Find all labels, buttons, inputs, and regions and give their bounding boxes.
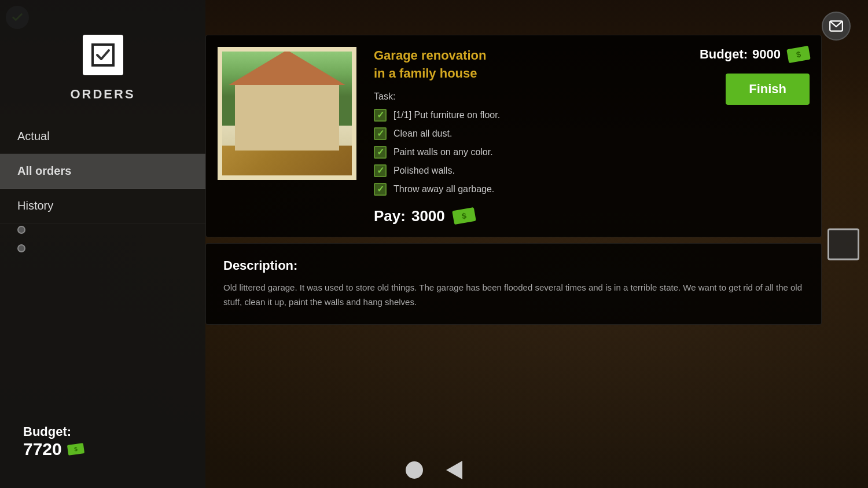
right-edge-button[interactable] xyxy=(827,228,859,260)
email-icon[interactable] xyxy=(822,12,851,41)
task-check-3: ✓ xyxy=(374,146,387,159)
task-text-5: Throw away all garbage. xyxy=(393,184,494,195)
pay-value: 3000 xyxy=(411,207,445,225)
orders-icon xyxy=(83,35,123,75)
task-check-1: ✓ xyxy=(374,109,387,122)
task-check-5: ✓ xyxy=(374,183,387,196)
description-text: Old littered garage. It was used to stor… xyxy=(223,280,804,310)
sidebar-item-actual[interactable]: Actual xyxy=(0,119,205,154)
header-budget-value: 9000 xyxy=(752,47,781,62)
order-details: Garage renovation in a family house Task… xyxy=(368,47,682,225)
checkmark-3: ✓ xyxy=(377,146,384,157)
sidebar-item-history[interactable]: History xyxy=(0,189,205,223)
sidebar-dot-1 xyxy=(17,226,25,234)
sidebar: ORDERS Actual All orders History Budget:… xyxy=(0,0,205,488)
order-title: Garage renovation in a family house xyxy=(374,47,676,83)
task-text-3: Paint walls on any color. xyxy=(393,147,493,157)
header-budget-label: Budget: xyxy=(700,47,748,62)
back-button[interactable] xyxy=(446,461,462,479)
sidebar-budget-value: 7720 xyxy=(23,439,84,459)
task-item-1: ✓ [1/1] Put furniture on floor. xyxy=(374,109,676,122)
sidebar-item-all-orders[interactable]: All orders xyxy=(0,154,205,189)
sidebar-money-icon xyxy=(67,443,84,456)
house-roof xyxy=(229,50,345,85)
sidebar-budget: Budget: 7720 xyxy=(23,424,84,459)
sidebar-dot-2 xyxy=(17,244,25,252)
task-item-4: ✓ Polished walls. xyxy=(374,164,676,177)
task-check-2: ✓ xyxy=(374,127,387,140)
task-item-5: ✓ Throw away all garbage. xyxy=(374,183,676,196)
header-money-icon xyxy=(786,46,811,63)
pay-label: Pay: xyxy=(374,207,406,225)
sidebar-title: ORDERS xyxy=(70,87,135,102)
checkmark-5: ✓ xyxy=(377,184,384,195)
description-panel: Description: Old littered garage. It was… xyxy=(205,243,822,325)
bottom-navigation xyxy=(406,461,462,479)
pay-money-icon xyxy=(452,207,476,225)
sidebar-dots xyxy=(17,226,25,252)
task-text-2: Clean all dust. xyxy=(393,129,452,139)
checkmark-2: ✓ xyxy=(377,128,384,139)
checkmark-1: ✓ xyxy=(377,109,384,120)
task-check-4: ✓ xyxy=(374,164,387,177)
sidebar-budget-label: Budget: xyxy=(23,424,84,439)
task-text-1: [1/1] Put furniture on floor. xyxy=(393,110,500,120)
description-title: Description: xyxy=(223,258,804,273)
top-right-panel: Budget: 9000 Finish xyxy=(694,47,810,225)
home-button[interactable] xyxy=(406,461,423,479)
finish-button[interactable]: Finish xyxy=(726,74,810,105)
task-item-3: ✓ Paint walls on any color. xyxy=(374,146,676,159)
task-item-2: ✓ Clean all dust. xyxy=(374,127,676,140)
main-content: Garage renovation in a family house Task… xyxy=(205,35,822,453)
order-panel: Garage renovation in a family house Task… xyxy=(205,35,822,237)
sidebar-navigation: Actual All orders History xyxy=(0,119,205,223)
checkmark-4: ✓ xyxy=(377,165,384,176)
task-label: Task: xyxy=(374,91,676,102)
property-photo xyxy=(218,47,356,180)
task-list: ✓ [1/1] Put furniture on floor. ✓ Clean … xyxy=(374,109,676,196)
pay-section: Pay: 3000 xyxy=(374,207,676,225)
house-body xyxy=(235,83,339,151)
task-text-4: Polished walls. xyxy=(393,166,455,176)
header-budget: Budget: 9000 xyxy=(700,47,810,62)
